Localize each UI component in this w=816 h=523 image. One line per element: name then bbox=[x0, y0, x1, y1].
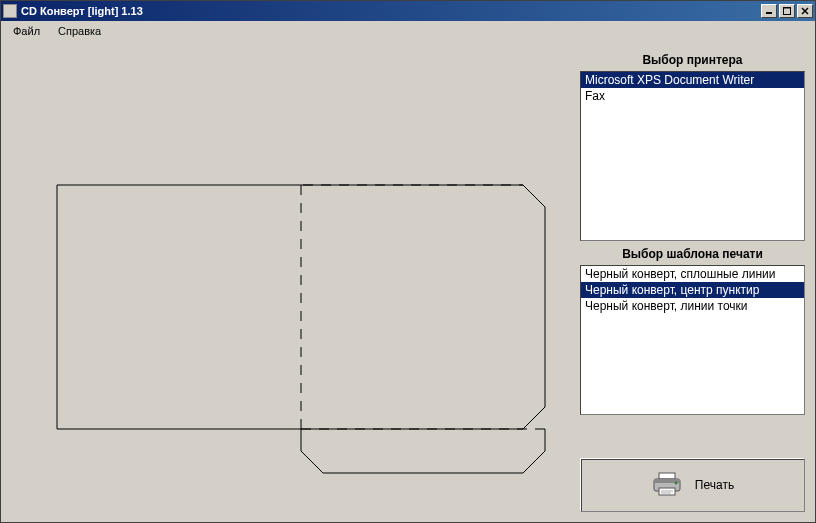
close-button[interactable] bbox=[797, 4, 813, 18]
window-title: CD Конверт [light] 1.13 bbox=[21, 5, 759, 17]
maximize-button[interactable] bbox=[779, 4, 795, 18]
client-area: Выбор принтера Microsoft XPS Document Wr… bbox=[1, 41, 815, 522]
titlebar: CD Конверт [light] 1.13 bbox=[1, 1, 815, 21]
template-section-label: Выбор шаблона печати bbox=[580, 241, 805, 265]
svg-rect-10 bbox=[659, 473, 675, 479]
template-item[interactable]: Черный конверт, сплошные линии bbox=[581, 266, 804, 282]
menubar: Файл Справка bbox=[1, 21, 815, 41]
svg-point-13 bbox=[674, 482, 677, 485]
print-button-label: Печать bbox=[695, 478, 734, 492]
print-frame: Печать bbox=[580, 458, 805, 512]
svg-line-9 bbox=[301, 429, 323, 451]
template-listbox[interactable]: Черный конверт, сплошные линииЧерный кон… bbox=[580, 265, 805, 415]
svg-line-8 bbox=[301, 163, 323, 185]
printer-listbox[interactable]: Microsoft XPS Document WriterFax bbox=[580, 71, 805, 241]
app-icon bbox=[3, 4, 17, 18]
window-controls bbox=[759, 4, 813, 18]
printer-icon bbox=[651, 471, 683, 499]
printer-item[interactable]: Fax bbox=[581, 88, 804, 104]
template-item[interactable]: Черный конверт, линии точки bbox=[581, 298, 804, 314]
svg-rect-1 bbox=[784, 8, 791, 15]
envelope-preview bbox=[51, 161, 551, 481]
right-panel: Выбор принтера Microsoft XPS Document Wr… bbox=[580, 41, 815, 522]
printer-section-label: Выбор принтера bbox=[580, 47, 805, 71]
menu-help[interactable]: Справка bbox=[52, 23, 107, 39]
print-button[interactable]: Печать bbox=[635, 467, 750, 503]
template-item[interactable]: Черный конверт, центр пунктир bbox=[581, 282, 804, 298]
menu-file[interactable]: Файл bbox=[7, 23, 46, 39]
main-window: CD Конверт [light] 1.13 Файл Справка bbox=[0, 0, 816, 523]
preview-panel bbox=[1, 41, 580, 522]
minimize-button[interactable] bbox=[761, 4, 777, 18]
printer-item[interactable]: Microsoft XPS Document Writer bbox=[581, 72, 804, 88]
